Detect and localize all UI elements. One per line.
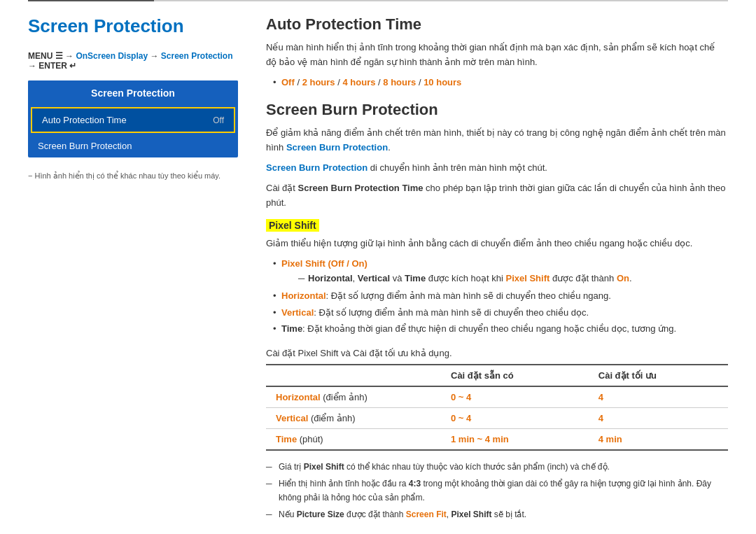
sep1: / xyxy=(297,77,302,87)
time-label: Time xyxy=(405,273,426,283)
footer-notes: Giá trị Pixel Shift có thể khác nhau tùy… xyxy=(266,461,728,521)
nav-item-label-2: Screen Burn Protection xyxy=(38,141,132,151)
section-auto-protection: Auto Protection Time Nếu màn hình hiển t… xyxy=(266,15,728,90)
pixel-shift-bullets: Pixel Shift (Off / On) Horizontal, Verti… xyxy=(266,257,728,337)
horizontal-ref: Horizontal xyxy=(281,290,326,301)
menu-path: MENU ☰ → OnScreen Display → Screen Prote… xyxy=(28,51,238,71)
picture-size-note: Picture Size xyxy=(297,510,344,519)
pixel-shift-title-wrapper: Pixel Shift xyxy=(266,220,728,231)
section-screen-burn: Screen Burn Protection Để giảm khả năng … xyxy=(266,101,728,521)
v-available-val: 0 ~ 4 xyxy=(451,413,471,423)
section1-title: Auto Protection Time xyxy=(266,15,728,34)
table-header-item xyxy=(266,365,441,386)
pixel-shift-table: Cài đặt sẵn có Cài đặt tối ưu Horizontal… xyxy=(266,364,728,451)
arrow3: → xyxy=(28,61,38,71)
vertical-label: Vertical xyxy=(358,273,390,283)
screen-fit-note: Screen Fit xyxy=(406,510,447,519)
sbp-link1: Screen Burn Protection xyxy=(286,142,388,153)
ps-off-on: Pixel Shift (Off / On) xyxy=(281,258,368,269)
horizontal-cell: Horizontal xyxy=(276,392,321,402)
ps-bullet-4: Time: Đặt khoảng thời gian để thực hiện … xyxy=(273,322,728,337)
menu-label: MENU xyxy=(28,51,52,61)
option-10h: 10 hours xyxy=(424,77,461,87)
table-header-optimal: Cài đặt tối ưu xyxy=(589,365,728,386)
option-4h: 4 hours xyxy=(342,77,375,87)
ps-sub-bullets: Horizontal, Vertical và Time được kích h… xyxy=(281,272,728,286)
section1-desc: Nếu màn hình hiển thị ảnh tĩnh trong kho… xyxy=(266,41,728,70)
nav-item-screen-burn[interactable]: Screen Burn Protection xyxy=(28,134,238,157)
note-3: Nếu Picture Size được đặt thành Screen F… xyxy=(266,508,728,521)
time-ref: Time xyxy=(281,323,302,334)
arrow1: → xyxy=(65,51,76,61)
ps-sub-1: Horizontal, Vertical và Time được kích h… xyxy=(298,272,728,286)
option-2h: 2 hours xyxy=(302,77,335,87)
pixel-shift-section: Pixel Shift Giảm thiểu hiện tượng giữ lạ… xyxy=(266,220,728,337)
right-panel: Auto Protection Time Nếu màn hình hiển t… xyxy=(266,15,728,525)
left-panel: Screen Protection MENU ☰ → OnScreen Disp… xyxy=(28,15,238,525)
section2-desc3: Cài đặt Screen Burn Protection Time cho … xyxy=(266,181,728,211)
t-optimal-val: 4 min xyxy=(598,434,622,444)
pixel-shift-note3: Pixel Shift xyxy=(451,510,491,519)
enter-label: ENTER ↵ xyxy=(38,61,76,71)
h-optimal-val: 4 xyxy=(598,392,603,402)
nav-item-value-1: Off xyxy=(213,115,224,125)
t-available-val: 1 min ~ 4 min xyxy=(451,434,509,444)
table-header-available: Cài đặt sẵn có xyxy=(441,365,589,386)
section1-options: Off / 2 hours / 4 hours / 8 hours / 10 h… xyxy=(266,76,728,90)
option-off: Off xyxy=(281,77,295,87)
table-cell-label-v: Vertical (điểm ảnh) xyxy=(266,408,441,429)
table-cell-optimal-t: 4 min xyxy=(589,429,728,451)
nav-item-label-1: Auto Protection Time xyxy=(42,115,127,125)
table-cell-optimal-v: 4 xyxy=(589,408,728,429)
left-panel-note: − Hình ảnh hiển thị có thể khác nhau tùy… xyxy=(28,171,238,181)
pixel-shift-note1: Pixel Shift xyxy=(304,462,344,472)
table-row: Time (phút) 1 min ~ 4 min 4 min xyxy=(266,429,728,451)
note-1: Giá trị Pixel Shift có thể khác nhau tùy… xyxy=(266,461,728,474)
table-cell-available-v: 0 ~ 4 xyxy=(441,408,589,429)
vertical-cell: Vertical xyxy=(276,413,308,423)
table-cell-available-h: 0 ~ 4 xyxy=(441,386,589,408)
table-row: Vertical (điểm ảnh) 0 ~ 4 4 xyxy=(266,408,728,429)
vertical-ref: Vertical xyxy=(281,307,314,318)
section2-desc1: Để giảm khả năng điểm ảnh chết trên màn … xyxy=(266,126,728,155)
onscreen-display-link[interactable]: OnScreen Display xyxy=(76,51,148,61)
table-section: Cài đặt Pixel Shift và Cài đặt tối ưu kh… xyxy=(266,348,728,451)
table-cell-optimal-h: 4 xyxy=(589,386,728,408)
table-cell-label-h: Horizontal (điểm ảnh) xyxy=(266,386,441,408)
ps-bullet-3: Vertical: Đặt số lượng điểm ảnh mà màn h… xyxy=(273,306,728,321)
page-title: Screen Protection xyxy=(28,15,238,37)
nav-box: Screen Protection Auto Protection Time O… xyxy=(28,80,238,157)
arrow2: → xyxy=(150,51,160,61)
nav-box-title: Screen Protection xyxy=(28,80,238,106)
ps-bullet-1: Pixel Shift (Off / On) Horizontal, Verti… xyxy=(273,257,728,286)
on-label: On xyxy=(617,273,629,283)
note-2: Hiển thị hình ảnh tĩnh hoặc đầu ra 4:3 t… xyxy=(266,477,728,504)
ps-bullet-2: Horizontal: Đặt số lượng điểm ảnh mà màn… xyxy=(273,289,728,304)
pixel-shift-ref: Pixel Shift xyxy=(505,273,550,283)
v-optimal-val: 4 xyxy=(598,413,603,423)
horizontal-label: Horizontal xyxy=(308,273,353,283)
time-cell: Time xyxy=(276,434,297,444)
table-intro: Cài đặt Pixel Shift và Cài đặt tối ưu kh… xyxy=(266,348,728,358)
pixel-shift-desc: Giảm thiểu hiện tượng giữ lại hình ảnh b… xyxy=(266,237,728,251)
pixel-shift-label: Pixel Shift xyxy=(266,219,319,232)
screen-protection-link[interactable]: Screen Protection xyxy=(161,51,233,61)
nav-item-auto-protection[interactable]: Auto Protection Time Off xyxy=(31,107,235,133)
h-available-val: 0 ~ 4 xyxy=(451,392,471,402)
section2-title: Screen Burn Protection xyxy=(266,101,728,119)
table-row: Horizontal (điểm ảnh) 0 ~ 4 4 xyxy=(266,386,728,408)
option-8h: 8 hours xyxy=(383,77,416,87)
sbp-link2: Screen Burn Protection xyxy=(266,162,368,173)
ps-sub-text: Horizontal, Vertical và Time được kích h… xyxy=(308,273,632,283)
table-cell-label-t: Time (phút) xyxy=(266,429,441,451)
section2-desc2: Screen Burn Protection di chuyển hình ản… xyxy=(266,161,728,176)
section1-option-item: Off / 2 hours / 4 hours / 8 hours / 10 h… xyxy=(273,76,728,90)
menu-icon: ☰ xyxy=(55,51,65,61)
sbpt-label: Screen Burn Protection Time xyxy=(298,183,424,193)
table-cell-available-t: 1 min ~ 4 min xyxy=(441,429,589,451)
ratio-note: 4:3 xyxy=(409,479,421,489)
